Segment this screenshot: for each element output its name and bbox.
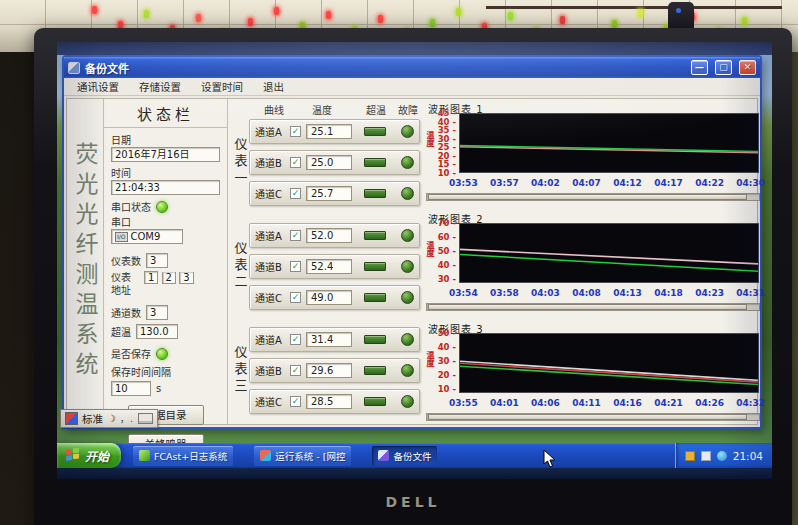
curve-checkbox[interactable]: ✓ bbox=[290, 188, 301, 199]
app-icon bbox=[68, 62, 80, 74]
panel-led bbox=[274, 7, 279, 15]
address-cell[interactable]: 3 bbox=[179, 272, 193, 284]
instrument-count-value[interactable]: 3 bbox=[146, 253, 168, 268]
curve-checkbox[interactable]: ✓ bbox=[290, 292, 301, 303]
mouse-cursor bbox=[543, 449, 557, 469]
menu-set-time[interactable]: 设置时间 bbox=[192, 78, 252, 95]
task-label: 运行系统 - [网控 bbox=[275, 449, 345, 463]
instrument-1-name: 仪表一 bbox=[231, 113, 249, 211]
screen-bottom-edge bbox=[57, 468, 772, 479]
series-red-line bbox=[460, 363, 758, 382]
channel-label: 通道C bbox=[255, 394, 285, 409]
menu-storage-settings[interactable]: 存储设置 bbox=[130, 78, 190, 95]
address-table[interactable]: 1 2 3 bbox=[144, 272, 194, 297]
serial-port-combo[interactable]: I/O COM9 bbox=[111, 229, 183, 244]
task-icon bbox=[378, 450, 389, 461]
y-axis-ticks: 4540353025201510 bbox=[434, 109, 456, 173]
save-interval-unit: s bbox=[156, 383, 161, 394]
scrollbar-thumb[interactable] bbox=[428, 304, 747, 310]
waveform-chart-2: 波形图表 2 温度 7060504030 03:5403:5804:0304:0… bbox=[423, 209, 755, 317]
scrollbar-thumb[interactable] bbox=[428, 194, 747, 200]
channel-label: 通道A bbox=[255, 228, 285, 243]
punctuation-icon[interactable]: ，. bbox=[120, 412, 134, 425]
chart-scrollbar[interactable] bbox=[426, 413, 760, 421]
instrument-3-name: 仪表三 bbox=[231, 321, 249, 419]
minimize-button[interactable]: — bbox=[691, 60, 708, 75]
curve-checkbox[interactable]: ✓ bbox=[290, 230, 301, 241]
fault-led bbox=[401, 187, 414, 200]
time-value: 21:04:33 bbox=[111, 180, 220, 195]
task-running-system[interactable]: 运行系统 - [网控 bbox=[254, 446, 351, 466]
x-tick-label: 04:11 bbox=[572, 398, 601, 408]
curve-checkbox[interactable]: ✓ bbox=[290, 334, 301, 345]
x-axis-ticks: 03:5403:5804:0304:0804:1304:1804:2304:31 bbox=[449, 288, 765, 298]
curve-checkbox[interactable]: ✓ bbox=[290, 396, 301, 407]
panel-led bbox=[326, 11, 331, 19]
panel-led bbox=[92, 6, 97, 14]
menu-bar: 通讯设置 存储设置 设置时间 退出 bbox=[64, 78, 760, 96]
x-axis-ticks: 03:5303:5704:0204:0704:1204:1704:2204:30 bbox=[449, 178, 765, 188]
overtemp-led bbox=[364, 293, 386, 302]
fault-led bbox=[401, 229, 414, 242]
y-tick-label: 10 bbox=[438, 169, 456, 178]
halfwidth-moon-icon[interactable]: ☽ bbox=[107, 413, 116, 424]
menu-comm-settings[interactable]: 通讯设置 bbox=[68, 78, 128, 95]
ime-tray-icon[interactable] bbox=[685, 451, 695, 461]
curve-checkbox[interactable]: ✓ bbox=[290, 365, 301, 376]
x-tick-label: 03:55 bbox=[449, 398, 478, 408]
curve-checkbox[interactable]: ✓ bbox=[290, 261, 301, 272]
y-tick-label: 60 bbox=[438, 233, 456, 242]
task-backup-file[interactable]: 备份文件 bbox=[372, 446, 437, 466]
overtemp-led bbox=[364, 335, 386, 344]
x-tick-label: 04:03 bbox=[531, 288, 560, 298]
channel-label: 通道B bbox=[255, 155, 285, 170]
panel-led bbox=[248, 18, 253, 26]
task-log-system[interactable]: FCAst+日志系统 bbox=[133, 446, 233, 466]
curve-checkbox[interactable]: ✓ bbox=[290, 126, 301, 137]
x-tick-label: 04:06 bbox=[531, 398, 560, 408]
channels-panel: 曲线 温度 超温 故障 仪表一 通道A ✓ 25.1 bbox=[228, 99, 422, 424]
background-window-strip bbox=[57, 42, 772, 55]
soft-keyboard-icon[interactable] bbox=[138, 413, 153, 424]
panel-led bbox=[560, 16, 565, 24]
channel-count-value[interactable]: 3 bbox=[146, 305, 168, 320]
ime-language-bar[interactable]: 标准 ☽ ，. bbox=[60, 409, 158, 428]
address-cell[interactable]: 1 bbox=[144, 271, 158, 284]
channel-label: 通道C bbox=[255, 290, 285, 305]
start-button[interactable]: 开始 bbox=[57, 443, 121, 468]
scrollbar-thumb[interactable] bbox=[428, 414, 747, 420]
ime-mode-label[interactable]: 标准 bbox=[82, 411, 103, 426]
x-tick-label: 04:22 bbox=[695, 178, 724, 188]
taskbar-tasks: FCAst+日志系统 运行系统 - [网控 备份文件 bbox=[121, 443, 675, 468]
app-window: 备份文件 — ▢ ✕ 通讯设置 存储设置 设置时间 退出 荧光光纤测温系统 状态… bbox=[62, 55, 762, 429]
volume-tray-icon[interactable] bbox=[717, 451, 727, 461]
curve-checkbox[interactable]: ✓ bbox=[290, 157, 301, 168]
keyboard-tray-icon[interactable] bbox=[701, 451, 711, 461]
temperature-value: 29.6 bbox=[306, 363, 352, 378]
overtemp-threshold-value[interactable]: 130.0 bbox=[136, 324, 178, 339]
x-tick-label: 04:02 bbox=[531, 178, 560, 188]
save-interval-label: 保存时间间隔 bbox=[111, 364, 220, 379]
temperature-value: 52.4 bbox=[306, 259, 352, 274]
maximize-button[interactable]: ▢ bbox=[715, 60, 732, 75]
x-tick-label: 04:07 bbox=[572, 178, 601, 188]
temperature-value: 25.0 bbox=[306, 155, 352, 170]
status-panel-title: 状态栏 bbox=[104, 101, 227, 128]
instrument-2-name: 仪表二 bbox=[231, 217, 249, 315]
temperature-value: 25.7 bbox=[306, 186, 352, 201]
address-cell[interactable]: 2 bbox=[162, 272, 176, 284]
menu-exit[interactable]: 退出 bbox=[254, 78, 293, 95]
panel-led bbox=[508, 12, 513, 20]
io-icon: I/O bbox=[115, 232, 128, 242]
chart-scrollbar[interactable] bbox=[426, 303, 760, 311]
panel-led bbox=[742, 17, 747, 25]
date-value: 2016年7月16日 bbox=[111, 147, 220, 162]
save-interval-value[interactable]: 10 bbox=[111, 381, 151, 396]
monitor-brand-logo: DELL bbox=[385, 494, 440, 510]
titlebar[interactable]: 备份文件 — ▢ ✕ bbox=[64, 57, 760, 78]
serial-status-led bbox=[156, 201, 168, 213]
chart-scrollbar[interactable] bbox=[426, 193, 760, 201]
channel-row: 通道A ✓ 25.1 bbox=[249, 119, 420, 144]
overtemp-led bbox=[364, 231, 386, 240]
close-button[interactable]: ✕ bbox=[739, 60, 756, 75]
